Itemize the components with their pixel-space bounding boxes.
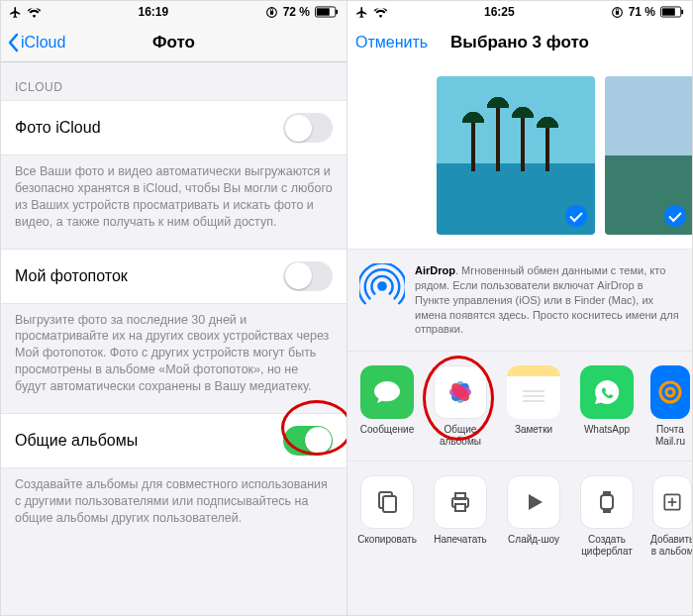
share-actions-row: Скопировать Напечатать Слайд-шоу Создать… [347,462,692,570]
svg-rect-4 [336,10,338,15]
row-label: Фото iCloud [15,119,101,137]
photos-icon [443,374,478,410]
back-button[interactable]: iCloud [7,33,65,52]
action-copy[interactable]: Скопировать [357,475,417,557]
svg-rect-31 [603,509,611,513]
selected-check-icon [664,205,686,227]
play-icon [520,488,547,516]
action-add-album[interactable]: Добавить в альбом [650,475,692,557]
toggle-photostream[interactable] [283,261,333,291]
add-album-icon [660,488,684,516]
row-label: Мой фотопоток [15,267,128,285]
action-label: Добавить в альбом [650,534,692,557]
svg-rect-3 [317,8,330,15]
battery-percent: 72 % [283,5,310,19]
share-apps-row: Сообщение [347,352,692,462]
selected-check-icon [565,205,587,227]
action-label: Скопировать [357,534,417,556]
app-label: Почта Mail.ru [650,424,690,447]
airdrop-icon [359,263,405,309]
toggle-shared-albums[interactable] [283,426,333,456]
nav-bar: iCloud Фото [1,23,346,62]
wifi-icon [27,7,42,18]
page-title: Фото [152,33,195,52]
app-mailru[interactable]: Почта Mail.ru [650,365,690,447]
chevron-left-icon [7,33,19,52]
svg-rect-1 [270,10,273,14]
phone-left-settings: 16:19 72 % iCloud Фото ICLOUD Фото iClou… [1,1,346,615]
action-label: Напечатать [431,534,490,556]
svg-rect-27 [455,493,465,499]
svg-rect-6 [616,10,619,14]
airplane-icon [9,6,22,19]
messages-icon [371,376,403,408]
section-header-icloud: ICLOUD [1,62,346,100]
svg-rect-25 [383,496,396,512]
svg-point-23 [666,388,674,396]
app-label: Заметки [504,424,563,446]
svg-rect-30 [603,491,611,495]
action-watchface[interactable]: Создать циферблат [577,475,637,557]
svg-point-22 [660,382,680,402]
airdrop-row[interactable]: AirDrop. Мгновенный обмен данными с теми… [347,250,692,352]
rotation-lock-icon [265,6,278,19]
rotation-lock-icon [611,6,624,19]
status-time: 16:19 [138,5,168,19]
action-print[interactable]: Напечатать [431,475,490,557]
app-label: Сообщение [357,424,417,446]
status-time: 16:25 [484,5,515,19]
copy-icon [373,488,401,516]
app-label: Общие альбомы [431,424,490,447]
row-photostream[interactable]: Мой фотопоток [1,249,346,304]
status-bar: 16:25 71 % [347,1,692,23]
svg-rect-9 [681,10,683,15]
cancel-button[interactable]: Отменить [355,34,428,51]
photo-thumb[interactable] [437,76,595,235]
watch-icon [593,488,621,516]
svg-rect-8 [662,8,675,15]
footer-icloud-photo: Все Ваши фото и видео автоматически выгр… [1,155,346,249]
app-label: WhatsApp [577,424,637,446]
app-messages[interactable]: Сообщение [357,365,417,447]
svg-rect-28 [455,504,465,511]
row-label: Общие альбомы [15,432,138,450]
phone-right-sharesheet: 16:25 71 % Отменить Выбрано 3 фото [346,1,692,615]
notes-icon [517,375,550,409]
battery-icon [315,6,339,18]
action-label: Создать циферблат [577,534,637,557]
footer-photostream: Выгрузите фото за последние 30 дней и пр… [1,304,346,413]
battery-percent: 71 % [629,5,655,19]
airdrop-text: AirDrop. Мгновенный обмен данными с теми… [415,263,680,337]
photo-thumb[interactable] [605,76,692,235]
nav-bar: Отменить Выбрано 3 фото [347,23,692,62]
print-icon [446,488,474,516]
footer-shared: Создавайте альбомы для совместного испол… [1,468,346,545]
row-icloud-photo[interactable]: Фото iCloud [1,100,346,155]
whatsapp-icon [591,376,623,408]
mailru-icon [656,378,684,406]
app-shared-albums[interactable]: Общие альбомы [431,365,490,447]
row-shared-albums[interactable]: Общие альбомы [1,413,346,468]
status-bar: 16:19 72 % [1,1,346,23]
wifi-icon [373,7,388,18]
selected-thumbnails [347,62,692,249]
app-notes[interactable]: Заметки [504,365,563,447]
svg-point-10 [377,281,387,291]
back-label: iCloud [21,34,65,51]
battery-icon [660,6,684,18]
airplane-icon [355,6,368,19]
page-title: Выбрано 3 фото [450,33,589,52]
svg-rect-29 [601,495,613,509]
action-label: Слайд-шоу [504,534,563,556]
share-sheet: AirDrop. Мгновенный обмен данными с теми… [347,249,692,615]
action-slideshow[interactable]: Слайд-шоу [504,475,563,557]
toggle-icloud-photo[interactable] [283,113,333,143]
app-whatsapp[interactable]: WhatsApp [577,365,637,447]
